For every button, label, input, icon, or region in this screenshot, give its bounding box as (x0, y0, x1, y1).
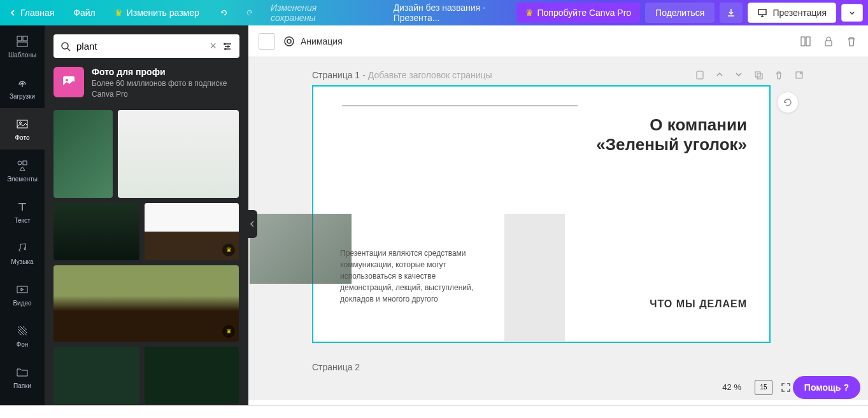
page-up-icon[interactable] (715, 70, 724, 80)
svg-rect-17 (697, 71, 703, 79)
add-page-icon[interactable] (794, 70, 804, 80)
pages-indicator[interactable]: 15 (755, 380, 772, 395)
rail-folders[interactable]: Папки (0, 356, 45, 398)
download-button[interactable] (720, 3, 743, 23)
notes-icon[interactable] (695, 70, 705, 80)
question-icon: ? (843, 382, 849, 393)
slide-title[interactable]: О компании «Зеленый уголок» (596, 115, 747, 155)
video-icon (15, 282, 30, 297)
uploads-icon (15, 75, 30, 90)
animation-button[interactable]: Анимация (283, 35, 343, 48)
svg-rect-19 (757, 74, 762, 79)
saved-status: Изменения сохранены (271, 3, 352, 23)
document-title[interactable]: Дизайн без названия - Презента... (394, 3, 516, 23)
page2-label: Страница 2 (312, 362, 804, 372)
trash-icon[interactable] (845, 35, 858, 48)
crown-icon: ♛ (525, 8, 534, 18)
help-label: Помощь (804, 382, 841, 393)
slide-refresh-button[interactable] (777, 92, 799, 113)
present-button[interactable]: Презентация (748, 3, 836, 23)
rail-background[interactable]: Фон (0, 315, 45, 356)
photo-result[interactable]: ♛ (145, 203, 239, 260)
rail-elements[interactable]: Элементы (0, 150, 45, 191)
slide-image-drag[interactable] (250, 214, 352, 284)
photos-icon (15, 116, 30, 132)
try-pro-label: Попробуйте Canva Pro (537, 8, 632, 18)
promo-card[interactable]: Фото для профи Более 60 миллионов фото в… (53, 67, 239, 100)
present-icon (757, 8, 767, 18)
home-button[interactable]: Главная (5, 5, 58, 20)
share-button[interactable]: Поделиться (645, 3, 715, 23)
svg-rect-18 (755, 72, 760, 77)
elements-icon (15, 158, 30, 173)
try-pro-button[interactable]: ♛ Попробуйте Canva Pro (516, 3, 641, 23)
canvas-scroll[interactable]: Страница 1 - Добавьте заголовок страницы… (248, 57, 868, 400)
promo-icon (53, 67, 84, 97)
delete-page-icon[interactable] (774, 70, 784, 80)
slide-body-text[interactable]: Презентации являются средствами коммуник… (340, 247, 477, 305)
app-header: Главная Файл ♛ Изменить размер Изменения… (0, 0, 868, 25)
search-box: × (53, 34, 239, 58)
page-label: Страница 1 (312, 70, 360, 80)
position-icon[interactable] (799, 35, 812, 48)
photo-result[interactable] (53, 203, 139, 260)
file-label: Файл (73, 8, 95, 18)
color-picker[interactable] (259, 33, 275, 50)
svg-rect-1 (17, 36, 22, 41)
help-button[interactable]: Помощь ? (793, 376, 860, 399)
rail-music[interactable]: Музыка (0, 232, 45, 274)
promo-text: Фото для профи Более 60 миллионов фото в… (92, 67, 239, 100)
rail-label: Видео (13, 300, 31, 307)
panel-collapse-button[interactable] (247, 210, 257, 238)
file-button[interactable]: Файл (69, 5, 99, 20)
photo-result[interactable]: ♛ (53, 265, 239, 342)
rail-uploads[interactable]: Загрузки (0, 67, 45, 108)
text-icon (15, 199, 30, 214)
filter-icon[interactable] (222, 41, 233, 52)
rail-label: Фон (17, 341, 29, 348)
photo-result[interactable] (53, 110, 113, 198)
header-right: ♛ Попробуйте Canva Pro Поделиться Презен… (516, 3, 864, 23)
zoom-controls: 42 % 15 (716, 379, 792, 395)
svg-point-11 (66, 79, 68, 81)
rail-photos[interactable]: Фото (0, 108, 45, 150)
photo-grid: ♛ ♛ (53, 110, 239, 404)
slide-canvas[interactable]: О компании «Зеленый уголок» Презентации … (312, 85, 771, 343)
resize-label: Изменить размер (127, 8, 199, 18)
photo-result[interactable] (53, 347, 139, 404)
present-dropdown[interactable] (841, 4, 863, 22)
chevron-down-icon (848, 9, 856, 17)
fullscreen-button[interactable] (780, 382, 792, 393)
folders-icon (15, 365, 30, 380)
duplicate-icon[interactable] (753, 70, 764, 80)
pages-count: 15 (760, 384, 767, 391)
slide-caption[interactable]: ЧТО МЫ ДЕЛАЕМ (650, 298, 747, 310)
svg-rect-7 (23, 161, 27, 165)
slide-divider (342, 106, 578, 106)
photo-result[interactable] (145, 347, 239, 404)
header-center: Изменения сохранены Дизайн без названия … (219, 3, 516, 23)
search-clear[interactable]: × (210, 39, 217, 53)
lock-icon[interactable] (822, 35, 835, 48)
present-label: Презентация (772, 8, 827, 18)
svg-point-13 (287, 39, 291, 43)
page-title-input[interactable]: Добавьте заголовок страницы (368, 70, 492, 80)
search-input[interactable] (76, 41, 204, 52)
resize-button[interactable]: ♛ Изменить размер (111, 5, 203, 20)
redo-icon[interactable] (245, 7, 255, 18)
fullscreen-icon (780, 382, 792, 393)
rail-templates[interactable]: Шаблоны (0, 25, 45, 67)
canvas-toolbar: Анимация (248, 25, 868, 57)
download-icon (726, 8, 736, 18)
bottom-strip (0, 405, 868, 418)
slide-placeholder-box[interactable] (504, 214, 565, 341)
zoom-level[interactable]: 42 % (716, 379, 747, 395)
templates-icon (15, 34, 30, 49)
rail-text[interactable]: Текст (0, 191, 45, 232)
nav-rail: Шаблоны Загрузки Фото Элементы Текст Муз… (0, 25, 45, 407)
rail-video[interactable]: Видео (0, 274, 45, 315)
photo-result[interactable] (118, 110, 239, 198)
page-down-icon[interactable] (734, 70, 743, 80)
svg-point-5 (20, 122, 22, 124)
undo-icon[interactable] (219, 7, 229, 18)
